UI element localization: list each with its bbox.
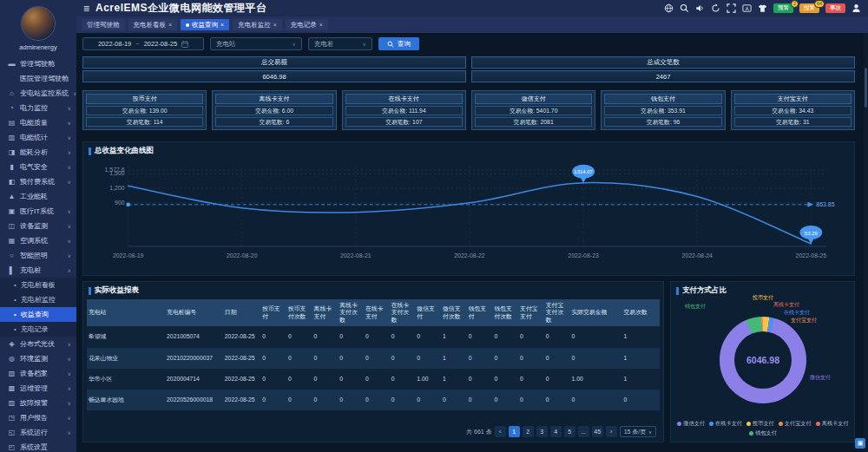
prev-page-button[interactable]: ‹ (495, 426, 506, 437)
sidebar-item-用户报告[interactable]: ◳用户报告∨ (0, 410, 76, 425)
sidebar-item-电能质量[interactable]: ▤电能质量∨ (0, 115, 76, 130)
sidebar-item-分布式光伏[interactable]: ◈分布式光伏∨ (0, 337, 76, 351)
legend-item-离线卡支付[interactable]: 离线卡支付 (816, 420, 849, 428)
alarm-pill-accident[interactable]: 事故 (825, 3, 845, 13)
globe-icon[interactable] (664, 3, 674, 13)
tab-管理驾驶舱[interactable]: 管理驾驶舱 (82, 19, 125, 30)
menu-item-icon: ◰ (8, 443, 16, 451)
table-row: 华帝小区20200047142022-08-250000001.00100001… (87, 369, 660, 390)
pile-select[interactable]: 充电桩 ∨ (308, 37, 372, 50)
legend-label: 微信支付 (683, 420, 705, 428)
sidebar-item-系统设置[interactable]: ◰系统设置 (0, 440, 76, 452)
close-icon[interactable]: × (273, 22, 277, 28)
next-page-button[interactable]: › (606, 426, 617, 437)
sidebar-item-智能照明[interactable]: ○智能照明∨ (0, 248, 76, 263)
screenshot-icon[interactable]: A (742, 3, 752, 13)
menu-item-label: 充电桩监控 (21, 295, 56, 305)
sidebar-item-工业能耗[interactable]: ▲工业能耗 (0, 189, 76, 204)
corner-action-button[interactable]: ▣ (855, 438, 865, 449)
page-button-1[interactable]: 1 (509, 426, 520, 437)
sidebar-subitem-充电记录[interactable]: •充电记录 (0, 322, 76, 337)
sidebar-item-医院管理驾驶舱[interactable]: 医院管理驾驶舱 (0, 71, 76, 86)
sidebar-item-能耗分析[interactable]: ◨能耗分析∨ (0, 145, 76, 160)
column-header: 投币支付次数 (286, 299, 312, 326)
tab-收益查询[interactable]: 收益查询× (181, 19, 229, 30)
summary-card-total-amount: 总交易额 6046.98 (82, 56, 466, 82)
chevron-down-icon: ∨ (68, 164, 71, 170)
table-cell: 0 (441, 390, 467, 410)
menu-item-label: 管理驾驶舱 (20, 59, 55, 69)
alarm-pill-alarm[interactable]: 报警64 (799, 3, 819, 13)
page-button-2[interactable]: 2 (523, 426, 534, 437)
page-ellipsis[interactable]: ... (578, 426, 589, 437)
chevron-down-icon: ∨ (68, 105, 71, 111)
summary-card-title: 总成交笔数 (471, 56, 855, 69)
sidebar-item-预付费系统[interactable]: ◧预付费系统∨ (0, 174, 76, 189)
sidebar-item-运维管理[interactable]: ▩运维管理∨ (0, 381, 76, 396)
table-cell: 1.00 (415, 369, 441, 390)
sidebar-item-变电站监控系统[interactable]: ⌂变电站监控系统∨ (0, 86, 76, 101)
menu-item-label: 用户报告 (20, 413, 48, 423)
sidebar-item-设备档案[interactable]: ▧设备档案∨ (0, 366, 76, 381)
table-cell: 20220526000018 (165, 390, 223, 410)
sidebar-item-故障报警[interactable]: ▨故障报警∨ (0, 396, 76, 410)
search-button[interactable]: 查询 (378, 37, 419, 50)
svg-text:1314.07: 1314.07 (574, 169, 593, 174)
volume-icon[interactable] (695, 3, 705, 13)
avatar[interactable] (21, 6, 56, 41)
fullscreen-icon[interactable] (727, 3, 736, 13)
sidebar-item-电能统计[interactable]: ▥电能统计∨ (0, 130, 76, 145)
page-size-select[interactable]: 15 条/页∨ (620, 426, 656, 437)
chevron-down-icon: ∨ (68, 179, 71, 185)
menu-item-icon: ▌ (8, 266, 16, 274)
table-cell: 1 (622, 326, 660, 347)
close-icon[interactable]: × (168, 22, 172, 28)
table-cell: 0 (518, 348, 544, 369)
legend-item-支付宝支付[interactable]: 支付宝支付 (779, 420, 812, 428)
chevron-down-icon: ∨ (68, 370, 71, 377)
sidebar-item-电气安全[interactable]: ▮电气安全∨ (0, 160, 76, 174)
pile-select-value: 充电桩 (314, 40, 334, 49)
table-cell: 0 (622, 390, 660, 410)
station-select[interactable]: 充电站 ∨ (210, 37, 302, 50)
sidebar-item-环境监测[interactable]: ◍环境监测∨ (0, 351, 76, 366)
legend-item-钱包支付[interactable]: 钱包支付 (749, 429, 777, 437)
user-icon[interactable] (852, 3, 861, 13)
page-button-5[interactable]: 5 (564, 426, 575, 437)
table-cell: 0 (518, 369, 544, 390)
sidebar-item-充电桩[interactable]: ▌充电桩∧ (0, 263, 76, 278)
sidebar-item-医疗IT系统[interactable]: ▣医疗IT系统∨ (0, 204, 76, 219)
sidebar-item-管理驾驶舱[interactable]: ▬管理驾驶舱 (0, 56, 76, 71)
menu-item-icon: ▦ (8, 237, 16, 245)
scrollbar-thumb[interactable] (865, 68, 867, 108)
sidebar-item-空调系统[interactable]: ▦空调系统∨ (0, 233, 76, 248)
search-icon[interactable] (680, 3, 689, 13)
close-icon[interactable]: × (220, 22, 224, 28)
tab-充电记录[interactable]: 充电记录× (286, 19, 328, 30)
column-header: 钱包支付次数 (492, 299, 518, 326)
date-range-picker[interactable]: 2022-08-19 ~ 2022-08-25 (82, 37, 204, 50)
tab-充电桩看板[interactable]: 充电桩看板× (128, 19, 178, 30)
sidebar-subitem-充电桩看板[interactable]: •充电桩看板 (0, 278, 76, 292)
close-icon[interactable]: × (319, 22, 323, 28)
tab-充电桩监控[interactable]: 充电桩监控× (233, 19, 282, 30)
svg-text:900: 900 (115, 200, 125, 206)
page-button-4[interactable]: 4 (550, 426, 562, 437)
page-button-45[interactable]: 45 (592, 426, 603, 437)
sidebar-item-系统运行[interactable]: ◱系统运行∨ (0, 425, 76, 440)
sidebar-subitem-充电桩监控[interactable]: •充电桩监控 (0, 292, 76, 307)
sidebar-item-设备监测[interactable]: ◫设备监测∨ (0, 219, 76, 233)
revenue-line-chart[interactable]: 9001,2001,5001,577.62022-08-192022-08-20… (85, 156, 852, 274)
sidebar-subitem-收益查询[interactable]: •收益查询 (0, 307, 76, 322)
scrollbar-track[interactable] (864, 33, 868, 452)
alarm-pill-warning[interactable]: 预警2 (773, 3, 793, 13)
page-button-3[interactable]: 3 (536, 426, 548, 437)
hamburger-icon[interactable]: ≡ (83, 3, 89, 14)
legend-item-投币支付[interactable]: 投币支付 (746, 420, 774, 428)
theme-icon[interactable] (758, 3, 767, 13)
legend-item-在线卡支付[interactable]: 在线卡支付 (709, 420, 742, 428)
table-cell: 0 (467, 326, 493, 347)
legend-item-微信支付[interactable]: 微信支付 (677, 420, 705, 428)
refresh-icon[interactable] (711, 3, 720, 13)
sidebar-item-电力监控[interactable]: ◔电力监控∨ (0, 101, 76, 115)
